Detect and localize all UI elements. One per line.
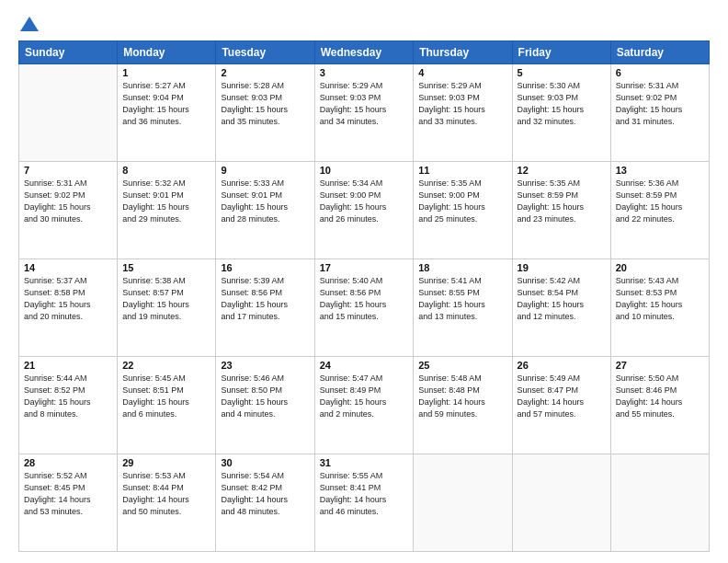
day-number: 31 xyxy=(320,457,409,468)
day-number: 5 xyxy=(518,67,606,78)
calendar-cell: 14Sunrise: 5:37 AM Sunset: 8:58 PM Dayli… xyxy=(19,259,118,357)
page: SundayMondayTuesdayWednesdayThursdayFrid… xyxy=(0,0,728,563)
day-info: Sunrise: 5:40 AM Sunset: 8:56 PM Dayligh… xyxy=(320,275,409,323)
day-number: 14 xyxy=(24,262,112,273)
calendar-cell: 13Sunrise: 5:36 AM Sunset: 8:59 PM Dayli… xyxy=(610,162,709,259)
calendar-cell: 30Sunrise: 5:54 AM Sunset: 8:42 PM Dayli… xyxy=(216,454,314,552)
day-info: Sunrise: 5:41 AM Sunset: 8:55 PM Dayligh… xyxy=(418,275,506,323)
calendar-cell: 2Sunrise: 5:28 AM Sunset: 9:03 PM Daylig… xyxy=(216,64,314,162)
day-number: 1 xyxy=(122,67,210,78)
calendar-cell xyxy=(512,454,610,552)
day-info: Sunrise: 5:35 AM Sunset: 9:00 PM Dayligh… xyxy=(418,178,506,225)
day-info: Sunrise: 5:52 AM Sunset: 8:45 PM Dayligh… xyxy=(24,470,112,518)
calendar-table: SundayMondayTuesdayWednesdayThursdayFrid… xyxy=(18,40,710,552)
day-number: 22 xyxy=(122,360,210,371)
weekday-header-row: SundayMondayTuesdayWednesdayThursdayFrid… xyxy=(19,41,710,64)
day-info: Sunrise: 5:27 AM Sunset: 9:04 PM Dayligh… xyxy=(122,80,210,128)
calendar-cell: 6Sunrise: 5:31 AM Sunset: 9:02 PM Daylig… xyxy=(610,64,709,162)
day-info: Sunrise: 5:33 AM Sunset: 9:01 PM Dayligh… xyxy=(221,178,309,225)
week-row-4: 21Sunrise: 5:44 AM Sunset: 8:52 PM Dayli… xyxy=(19,357,710,454)
day-info: Sunrise: 5:30 AM Sunset: 9:03 PM Dayligh… xyxy=(518,80,606,128)
calendar-cell: 26Sunrise: 5:49 AM Sunset: 8:47 PM Dayli… xyxy=(512,357,610,454)
calendar-cell: 7Sunrise: 5:31 AM Sunset: 9:02 PM Daylig… xyxy=(19,162,118,259)
calendar-cell: 24Sunrise: 5:47 AM Sunset: 8:49 PM Dayli… xyxy=(314,357,414,454)
calendar-cell: 11Sunrise: 5:35 AM Sunset: 9:00 PM Dayli… xyxy=(414,162,512,259)
day-number: 6 xyxy=(616,67,704,78)
day-info: Sunrise: 5:44 AM Sunset: 8:52 PM Dayligh… xyxy=(24,373,112,420)
day-info: Sunrise: 5:28 AM Sunset: 9:03 PM Dayligh… xyxy=(221,80,309,128)
day-number: 15 xyxy=(122,262,210,273)
day-number: 27 xyxy=(616,360,704,371)
weekday-header-friday: Friday xyxy=(512,41,610,64)
day-info: Sunrise: 5:46 AM Sunset: 8:50 PM Dayligh… xyxy=(221,373,309,420)
day-info: Sunrise: 5:35 AM Sunset: 8:59 PM Dayligh… xyxy=(518,178,606,225)
day-number: 19 xyxy=(518,262,606,273)
calendar-cell: 8Sunrise: 5:32 AM Sunset: 9:01 PM Daylig… xyxy=(118,162,216,259)
weekday-header-sunday: Sunday xyxy=(19,41,118,64)
day-info: Sunrise: 5:39 AM Sunset: 8:56 PM Dayligh… xyxy=(221,275,309,323)
day-number: 17 xyxy=(320,262,409,273)
day-info: Sunrise: 5:50 AM Sunset: 8:46 PM Dayligh… xyxy=(616,373,704,420)
calendar-cell: 5Sunrise: 5:30 AM Sunset: 9:03 PM Daylig… xyxy=(512,64,610,162)
day-number: 29 xyxy=(122,457,210,468)
day-number: 30 xyxy=(221,457,309,468)
day-number: 26 xyxy=(518,360,606,371)
week-row-1: 1Sunrise: 5:27 AM Sunset: 9:04 PM Daylig… xyxy=(19,64,710,162)
calendar-cell: 20Sunrise: 5:43 AM Sunset: 8:53 PM Dayli… xyxy=(610,259,709,357)
calendar-cell: 19Sunrise: 5:42 AM Sunset: 8:54 PM Dayli… xyxy=(512,259,610,357)
day-number: 28 xyxy=(24,457,112,468)
weekday-header-saturday: Saturday xyxy=(610,41,709,64)
day-number: 16 xyxy=(221,262,309,273)
day-info: Sunrise: 5:48 AM Sunset: 8:48 PM Dayligh… xyxy=(418,373,506,420)
weekday-header-monday: Monday xyxy=(118,41,216,64)
calendar-cell: 4Sunrise: 5:29 AM Sunset: 9:03 PM Daylig… xyxy=(414,64,512,162)
day-number: 24 xyxy=(320,360,409,371)
day-info: Sunrise: 5:53 AM Sunset: 8:44 PM Dayligh… xyxy=(122,470,210,518)
day-number: 2 xyxy=(221,67,309,78)
day-info: Sunrise: 5:34 AM Sunset: 9:00 PM Dayligh… xyxy=(320,178,409,225)
day-info: Sunrise: 5:29 AM Sunset: 9:03 PM Dayligh… xyxy=(418,80,506,128)
calendar-cell: 27Sunrise: 5:50 AM Sunset: 8:46 PM Dayli… xyxy=(610,357,709,454)
calendar-cell: 10Sunrise: 5:34 AM Sunset: 9:00 PM Dayli… xyxy=(314,162,414,259)
svg-marker-0 xyxy=(20,17,39,31)
header xyxy=(18,17,710,31)
calendar-cell: 28Sunrise: 5:52 AM Sunset: 8:45 PM Dayli… xyxy=(19,454,118,552)
calendar-cell: 17Sunrise: 5:40 AM Sunset: 8:56 PM Dayli… xyxy=(314,259,414,357)
day-number: 23 xyxy=(221,360,309,371)
day-info: Sunrise: 5:47 AM Sunset: 8:49 PM Dayligh… xyxy=(320,373,409,420)
calendar-cell: 12Sunrise: 5:35 AM Sunset: 8:59 PM Dayli… xyxy=(512,162,610,259)
calendar-cell xyxy=(19,64,118,162)
day-info: Sunrise: 5:42 AM Sunset: 8:54 PM Dayligh… xyxy=(518,275,606,323)
day-number: 11 xyxy=(418,165,506,176)
day-number: 10 xyxy=(320,165,409,176)
logo-icon xyxy=(20,17,39,31)
day-number: 25 xyxy=(418,360,506,371)
calendar-cell: 22Sunrise: 5:45 AM Sunset: 8:51 PM Dayli… xyxy=(118,357,216,454)
day-info: Sunrise: 5:55 AM Sunset: 8:41 PM Dayligh… xyxy=(320,470,409,518)
logo xyxy=(18,17,39,31)
day-info: Sunrise: 5:54 AM Sunset: 8:42 PM Dayligh… xyxy=(221,470,309,518)
weekday-header-thursday: Thursday xyxy=(414,41,512,64)
day-number: 8 xyxy=(122,165,210,176)
day-info: Sunrise: 5:38 AM Sunset: 8:57 PM Dayligh… xyxy=(122,275,210,323)
calendar-cell: 1Sunrise: 5:27 AM Sunset: 9:04 PM Daylig… xyxy=(118,64,216,162)
day-number: 21 xyxy=(24,360,112,371)
day-info: Sunrise: 5:29 AM Sunset: 9:03 PM Dayligh… xyxy=(320,80,409,128)
day-info: Sunrise: 5:49 AM Sunset: 8:47 PM Dayligh… xyxy=(518,373,606,420)
day-info: Sunrise: 5:45 AM Sunset: 8:51 PM Dayligh… xyxy=(122,373,210,420)
calendar-cell: 31Sunrise: 5:55 AM Sunset: 8:41 PM Dayli… xyxy=(314,454,414,552)
day-info: Sunrise: 5:31 AM Sunset: 9:02 PM Dayligh… xyxy=(24,178,112,225)
calendar-cell: 16Sunrise: 5:39 AM Sunset: 8:56 PM Dayli… xyxy=(216,259,314,357)
calendar-cell xyxy=(414,454,512,552)
day-info: Sunrise: 5:37 AM Sunset: 8:58 PM Dayligh… xyxy=(24,275,112,323)
logo-top xyxy=(18,17,39,31)
calendar-cell: 18Sunrise: 5:41 AM Sunset: 8:55 PM Dayli… xyxy=(414,259,512,357)
day-number: 3 xyxy=(320,67,409,78)
calendar-cell: 3Sunrise: 5:29 AM Sunset: 9:03 PM Daylig… xyxy=(314,64,414,162)
day-number: 7 xyxy=(24,165,112,176)
week-row-2: 7Sunrise: 5:31 AM Sunset: 9:02 PM Daylig… xyxy=(19,162,710,259)
day-number: 12 xyxy=(518,165,606,176)
calendar-cell xyxy=(610,454,709,552)
weekday-header-wednesday: Wednesday xyxy=(314,41,414,64)
day-info: Sunrise: 5:36 AM Sunset: 8:59 PM Dayligh… xyxy=(616,178,704,225)
